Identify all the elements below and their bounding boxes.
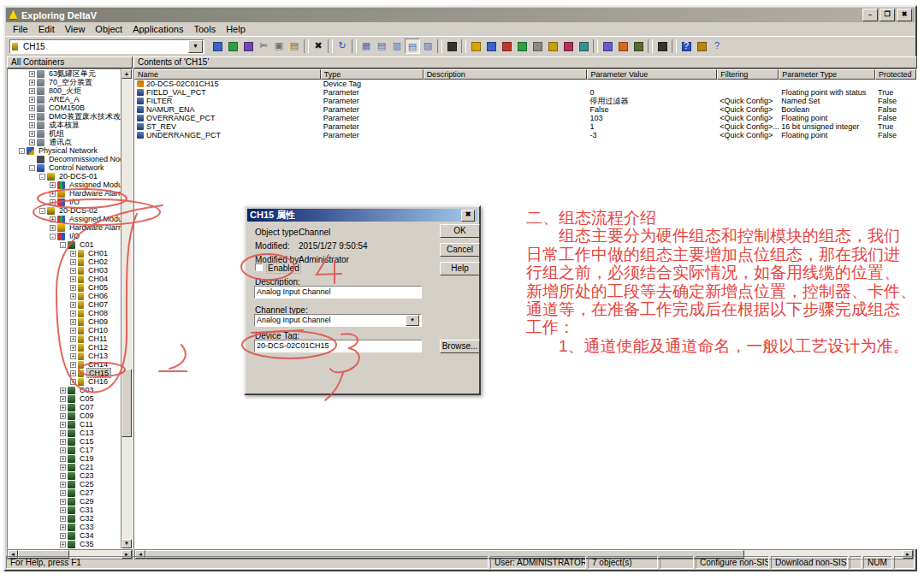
tree-expander[interactable]: -: [19, 148, 25, 154]
tree-expander[interactable]: -: [60, 242, 66, 248]
tree-item[interactable]: +C32: [9, 514, 121, 523]
tree-expander[interactable]: +: [60, 482, 66, 488]
select-dropdown-icon[interactable]: ▼: [406, 315, 419, 326]
tree-item[interactable]: +CH10: [9, 326, 121, 334]
help-icon[interactable]: ?: [678, 38, 694, 54]
tree-item[interactable]: +Hardware Alarm: [9, 189, 121, 198]
tree-expander[interactable]: +: [50, 191, 56, 197]
tree-expander[interactable]: +: [29, 80, 35, 86]
tree-item[interactable]: +Assigned Module: [9, 181, 121, 189]
user-group-icon[interactable]: [225, 38, 240, 54]
tree-item[interactable]: Decommissioned Nodes: [9, 155, 121, 163]
tree-item[interactable]: +C23: [9, 471, 121, 480]
tree-item[interactable]: -Control Network: [9, 163, 121, 172]
tag-combo[interactable]: CH15 ▼: [9, 39, 204, 54]
tree-expander[interactable]: +: [70, 259, 76, 265]
ok-button[interactable]: OK: [440, 224, 480, 238]
database-refresh-icon[interactable]: [530, 38, 545, 54]
help-button[interactable]: Help: [440, 262, 480, 275]
diagnostics-icon[interactable]: [654, 38, 670, 54]
tree-item[interactable]: +C21: [9, 463, 121, 471]
table-row[interactable]: UNDERRANGE_PCTParameter-3<Quick Config>F…: [134, 131, 916, 139]
tree-item[interactable]: +C03: [9, 386, 121, 394]
enabled-checkbox[interactable]: [255, 263, 263, 271]
tree-expander[interactable]: +: [70, 362, 76, 368]
package-icon[interactable]: [514, 38, 530, 54]
tree-item[interactable]: +CH06: [9, 292, 121, 300]
device-tag-input[interactable]: 20-DCS-02C01CH15: [254, 340, 422, 352]
small-icons-view-icon[interactable]: ▤: [374, 38, 389, 54]
tree-item[interactable]: +Hardware Alarm: [9, 223, 121, 232]
tree-item[interactable]: +AREA_A: [9, 95, 121, 104]
restore-button[interactable]: ❐: [880, 9, 895, 21]
context-help-icon[interactable]: ?: [709, 38, 725, 54]
books-online-icon[interactable]: [694, 38, 709, 54]
tree-expander[interactable]: +: [60, 473, 66, 479]
tree-expander[interactable]: +: [29, 114, 35, 120]
column-header[interactable]: Filtering: [717, 69, 779, 80]
history-chart-icon[interactable]: [560, 38, 576, 54]
column-header[interactable]: Parameter Type: [779, 69, 875, 80]
tree-expander[interactable]: -: [39, 208, 45, 214]
tree-item[interactable]: +CH08: [9, 309, 121, 317]
table-row[interactable]: 20-DCS-02C01CH15Device Tag: [134, 80, 916, 88]
table-row[interactable]: FIELD_VAL_PCTParameter0Floating point wi…: [134, 88, 916, 97]
paste-icon[interactable]: ▤: [287, 38, 302, 54]
cancel-button[interactable]: Cancel: [440, 243, 480, 257]
description-input[interactable]: Analog Input Channel: [254, 286, 422, 299]
tree-expander[interactable]: +: [70, 285, 76, 291]
tree-item[interactable]: +C13: [9, 429, 121, 437]
tree-expander[interactable]: +: [60, 516, 66, 522]
tree-expander[interactable]: +: [60, 456, 66, 462]
tree-expander[interactable]: +: [60, 422, 66, 428]
tree-expander[interactable]: +: [50, 182, 56, 188]
tree-expander[interactable]: +: [70, 311, 76, 317]
tree-expander[interactable]: +: [50, 199, 56, 205]
tree-item[interactable]: +C05: [9, 394, 121, 403]
filter-view-icon[interactable]: ▨: [420, 38, 435, 54]
tree-item[interactable]: +CH09: [9, 317, 121, 326]
tree-expander[interactable]: +: [50, 216, 56, 222]
tree-item[interactable]: +CH01: [9, 249, 121, 257]
delete-icon[interactable]: ✖: [311, 38, 326, 54]
tree-item[interactable]: +C34: [9, 531, 121, 540]
dialog-title-bar[interactable]: CH15 属性 ✖: [247, 209, 477, 222]
table-row[interactable]: OVERRANGE_PCTParameter103<Quick Config>F…: [134, 114, 916, 122]
tree-expander[interactable]: +: [60, 465, 66, 471]
large-icons-view-icon[interactable]: ▦: [358, 38, 374, 54]
tree-item[interactable]: +Assigned Module: [9, 215, 121, 223]
process-history-icon[interactable]: [600, 38, 615, 54]
tree-item[interactable]: +CH13: [9, 352, 121, 360]
tree-item[interactable]: +C33: [9, 523, 121, 531]
tree-item[interactable]: +C07: [9, 403, 121, 411]
tree-expander[interactable]: +: [60, 507, 66, 513]
menu-item[interactable]: Edit: [33, 23, 60, 35]
tree-item[interactable]: +CH11: [9, 334, 121, 343]
tree-expander[interactable]: +: [70, 328, 76, 334]
tree-item[interactable]: -Physical Network: [9, 146, 121, 155]
tree-expander[interactable]: +: [60, 413, 66, 419]
menu-item[interactable]: View: [60, 23, 91, 35]
alarm-bell-icon[interactable]: [468, 38, 483, 54]
tree-expander[interactable]: +: [70, 379, 76, 385]
tree-item[interactable]: +CH15: [9, 369, 121, 377]
tree-item[interactable]: +C19: [9, 454, 121, 463]
separator[interactable]: [352, 39, 357, 53]
separator[interactable]: [328, 39, 333, 53]
tree-expander[interactable]: +: [70, 276, 76, 282]
scroll-thumb[interactable]: [121, 369, 132, 437]
tree-expander[interactable]: +: [60, 533, 66, 539]
tree-expander[interactable]: +: [60, 490, 66, 496]
tree-expander[interactable]: +: [60, 396, 66, 402]
tree-expander[interactable]: +: [60, 430, 66, 436]
tree-expander[interactable]: +: [29, 139, 35, 145]
combo-dropdown-button[interactable]: ▼: [188, 40, 203, 53]
tree-expander[interactable]: +: [70, 251, 76, 257]
column-header[interactable]: Type: [321, 69, 424, 80]
menu-item[interactable]: Object: [90, 23, 127, 35]
tree-expander[interactable]: +: [70, 336, 76, 342]
table-row[interactable]: ST_REVParameter1<Quick Config>...16 bit …: [134, 122, 916, 131]
control-studio-icon[interactable]: [631, 38, 646, 54]
tree-item[interactable]: +C29: [9, 497, 121, 506]
tree-item[interactable]: +C35: [9, 540, 121, 548]
